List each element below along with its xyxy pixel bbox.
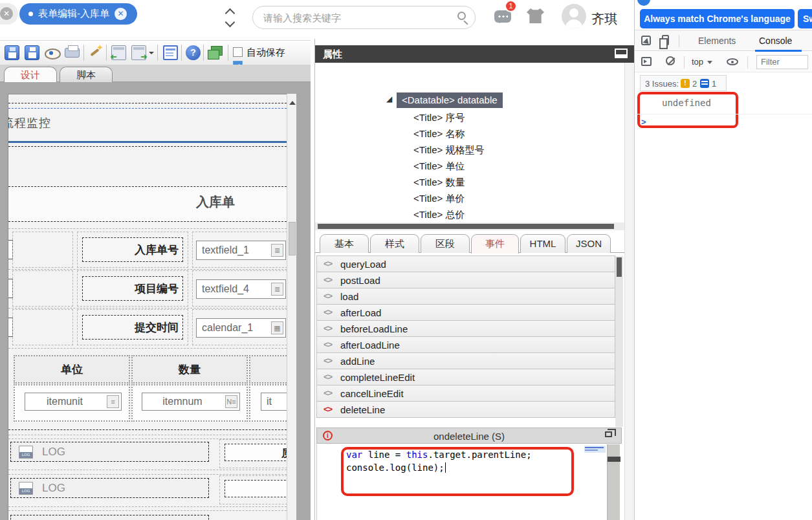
search-icon[interactable] bbox=[457, 12, 466, 20]
preview-eye-icon[interactable] bbox=[44, 45, 59, 60]
theme-shirt-icon[interactable] bbox=[527, 8, 544, 23]
issues-chip[interactable]: 3 Issues: ! 2 1 bbox=[640, 75, 727, 91]
event-row[interactable]: <>afterLoadLine bbox=[316, 336, 615, 353]
tab-basic[interactable]: 基本 bbox=[320, 234, 369, 253]
tree-node-title[interactable]: <Title> 名称 bbox=[413, 125, 465, 142]
canvas-scrollbar[interactable] bbox=[287, 94, 296, 520]
event-row[interactable]: <>afterLoad bbox=[316, 304, 615, 321]
log-button[interactable] bbox=[10, 515, 209, 520]
design-canvas[interactable]: 流程监控 入库单 入库单号 textfield_1 ≣ 项目编号 bbox=[0, 82, 311, 520]
device-toolbar-icon[interactable] bbox=[662, 35, 669, 45]
textfield-widget[interactable]: textfield_4 ≣ bbox=[196, 279, 286, 299]
properties-header: 属性 bbox=[315, 45, 634, 63]
tab-events[interactable]: 事件 bbox=[471, 234, 519, 254]
export-dropdown-caret[interactable] bbox=[149, 52, 154, 57]
clipped-widget[interactable]: it bbox=[261, 393, 287, 411]
log-file-icon bbox=[19, 482, 33, 495]
export-icon[interactable] bbox=[131, 45, 146, 60]
chevron-down-icon[interactable] bbox=[225, 17, 236, 28]
tree-node-title[interactable]: <Title> 数量 bbox=[413, 174, 465, 190]
popout-editor-icon[interactable] bbox=[605, 431, 612, 437]
context-selector[interactable]: top bbox=[692, 57, 703, 67]
field-label[interactable]: 入库单号 bbox=[82, 237, 183, 262]
form-page[interactable]: 流程监控 入库单 入库单号 textfield_1 ≣ 项目编号 bbox=[8, 94, 287, 520]
collapse-panel-icon[interactable] bbox=[615, 49, 628, 58]
calendar-widget[interactable]: calendar_1 ▦ bbox=[196, 318, 286, 338]
form-settings-icon[interactable] bbox=[163, 45, 178, 60]
search-input[interactable] bbox=[263, 9, 444, 26]
event-row[interactable]: <>queryLoad bbox=[316, 255, 615, 272]
tab-console[interactable]: Console bbox=[759, 36, 792, 46]
log-button[interactable]: LOG bbox=[10, 442, 209, 462]
tab-design[interactable]: 设计 bbox=[4, 67, 57, 82]
autosave-checkbox[interactable] bbox=[233, 47, 243, 57]
inspect-icon[interactable] bbox=[641, 36, 651, 45]
layers-icon[interactable] bbox=[207, 45, 222, 60]
hidden-tab[interactable]: ✕ bbox=[0, 3, 18, 25]
tree-node-title[interactable]: <Title> 规格型号 bbox=[413, 142, 484, 158]
active-form-tab[interactable]: 表单编辑-入库单 ✕ bbox=[19, 3, 137, 25]
event-row[interactable]: <>load bbox=[316, 288, 615, 305]
filter-input[interactable] bbox=[761, 57, 805, 67]
tree-horizontal-scrollbar[interactable] bbox=[315, 222, 624, 230]
form-title[interactable]: 入库单 bbox=[164, 193, 267, 211]
messages-icon[interactable] bbox=[494, 10, 511, 23]
edit-icon: ≡ bbox=[107, 395, 119, 408]
tree-node-title[interactable]: <Title> 单价 bbox=[413, 190, 465, 206]
properties-panel: 属性 ◢ <Datatable> datatable <Title> 序号 <T… bbox=[314, 39, 634, 520]
scrollbar-thumb[interactable] bbox=[289, 222, 296, 255]
itemnum-widget[interactable]: itemnum N≡ bbox=[142, 393, 240, 411]
table-header-cell[interactable]: 数量 bbox=[131, 355, 248, 384]
editor-minimap[interactable] bbox=[584, 446, 606, 497]
field-label[interactable]: 提交时间 bbox=[82, 315, 183, 340]
field-label[interactable]: 项目编号 bbox=[82, 276, 183, 301]
event-row[interactable]: <>completeLineEdit bbox=[316, 369, 615, 385]
panel-scrollbar[interactable] bbox=[624, 63, 634, 520]
event-list-scrollbar[interactable] bbox=[615, 256, 623, 427]
import-icon[interactable] bbox=[111, 45, 126, 60]
editor-scrollbar[interactable] bbox=[607, 444, 620, 520]
event-row-deleteline[interactable]: <>deleteLine bbox=[316, 401, 615, 418]
print-icon[interactable] bbox=[65, 48, 80, 58]
help-icon[interactable]: ? bbox=[186, 45, 201, 60]
tab-section[interactable]: 区段 bbox=[421, 234, 470, 253]
sidebar-toggle-icon[interactable] bbox=[641, 57, 652, 66]
close-icon[interactable]: ✕ bbox=[0, 7, 13, 20]
tree-expand-icon[interactable]: ◢ bbox=[386, 94, 392, 103]
tab-html[interactable]: HTML bbox=[520, 234, 565, 253]
save-as-icon[interactable] bbox=[25, 45, 39, 60]
table-header-cell[interactable] bbox=[249, 355, 287, 384]
clipped-field-label[interactable] bbox=[225, 480, 287, 497]
tree-node-title[interactable]: <Title> 总价 bbox=[413, 206, 465, 222]
event-row[interactable]: <>addLine bbox=[316, 352, 615, 369]
avatar[interactable] bbox=[562, 4, 586, 28]
event-row[interactable]: <>beforeLoadLine bbox=[316, 320, 615, 337]
log-button[interactable]: LOG bbox=[10, 478, 209, 498]
itemunit-widget[interactable]: itemunit ≡ bbox=[25, 393, 122, 411]
clipped-field-label[interactable]: 质 bbox=[225, 444, 287, 461]
table-header-cell[interactable]: 单位 bbox=[14, 355, 130, 384]
translate-secondary-button[interactable]: Sw bbox=[798, 9, 812, 28]
tab-style[interactable]: 样式 bbox=[370, 234, 419, 253]
tree-node-title[interactable]: <Title> 单位 bbox=[413, 158, 465, 174]
magic-wand-icon[interactable] bbox=[88, 45, 103, 60]
code-editor[interactable]: var line = this.target.parentLine; conso… bbox=[316, 444, 622, 520]
event-editor-title: ondeleteLine (S) bbox=[317, 431, 621, 442]
tree-node-datatable[interactable]: <Datatable> datatable bbox=[397, 92, 503, 108]
tab-json[interactable]: JSON bbox=[567, 234, 611, 253]
tab-elements[interactable]: Elements bbox=[698, 36, 736, 46]
tab-close-icon[interactable]: ✕ bbox=[115, 8, 127, 20]
scroll-up-icon[interactable] bbox=[289, 98, 296, 105]
console-prompt-icon: > bbox=[641, 117, 646, 127]
event-row[interactable]: <>postLoad bbox=[316, 272, 615, 288]
event-row[interactable]: <>cancelLineEdit bbox=[316, 385, 615, 402]
clear-console-icon[interactable] bbox=[666, 56, 675, 65]
save-icon[interactable] bbox=[5, 45, 19, 60]
process-monitor-label[interactable]: 流程监控 bbox=[8, 115, 51, 131]
textfield-icon: ≣ bbox=[271, 244, 283, 257]
live-expression-eye-icon[interactable] bbox=[727, 58, 738, 65]
translate-primary-button[interactable]: Always match Chrome's language bbox=[640, 9, 795, 28]
tree-node-title[interactable]: <Title> 序号 bbox=[413, 109, 465, 125]
textfield-widget[interactable]: textfield_1 ≣ bbox=[196, 241, 286, 260]
tab-script[interactable]: 脚本 bbox=[60, 67, 113, 82]
